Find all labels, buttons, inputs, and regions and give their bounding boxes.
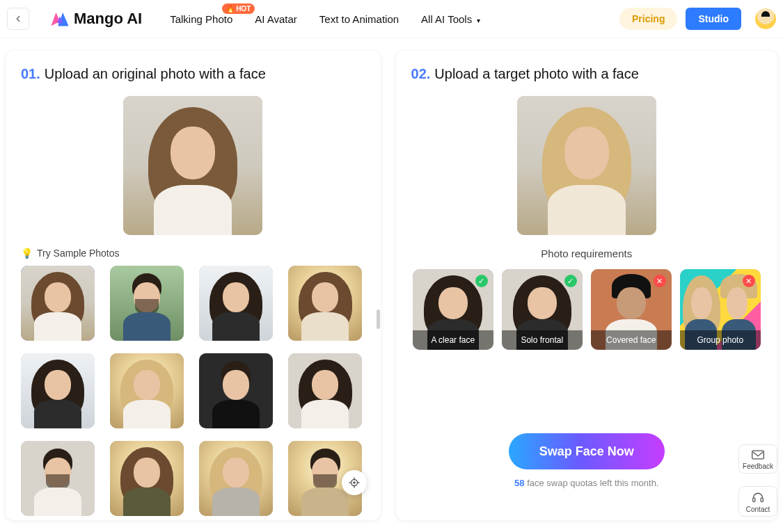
headset-icon — [751, 491, 765, 503]
svg-point-5 — [353, 482, 354, 483]
sample-photo[interactable] — [288, 266, 362, 341]
locate-button[interactable] — [342, 470, 367, 495]
nav-text-to-animation[interactable]: Text to Animation — [319, 13, 399, 25]
lightbulb-icon: 💡 — [21, 248, 33, 259]
svg-rect-7 — [753, 498, 755, 502]
nav-all-tools[interactable]: All AI Tools ▾ — [421, 13, 480, 25]
swap-face-button[interactable]: Swap Face Now — [509, 433, 665, 469]
main-nav: Talking Photo 🔥HOT AI Avatar Text to Ani… — [170, 13, 480, 25]
quota-text: 58 face swap quotas left this month. — [411, 478, 762, 488]
logo-mark-icon — [50, 10, 70, 27]
brand-logo[interactable]: Mango AI — [50, 10, 142, 28]
header: Mango AI Talking Photo 🔥HOT AI Avatar Te… — [0, 0, 783, 38]
contact-button[interactable]: Contact — [738, 486, 777, 517]
user-avatar[interactable] — [755, 8, 776, 29]
requirement-clear-face: ✓ A clear face — [413, 269, 493, 350]
hot-badge: 🔥HOT — [222, 3, 255, 14]
upload-original-panel: 01.Upload an original photo with a face … — [6, 51, 381, 520]
photo-requirements: ✓ A clear face ✓ Solo frontal ✕ Covered … — [411, 269, 762, 350]
upload-target-panel: 02.Upload a target photo with a face Pho… — [396, 51, 777, 520]
sample-photo[interactable] — [21, 441, 95, 516]
sample-photo[interactable] — [199, 353, 273, 428]
x-icon: ✕ — [654, 275, 666, 287]
sample-photo[interactable] — [110, 353, 184, 428]
x-icon: ✕ — [743, 275, 755, 287]
requirement-group-photo: ✕ Group photo — [680, 269, 761, 350]
sample-photo[interactable] — [288, 353, 362, 428]
check-icon: ✓ — [475, 275, 488, 287]
sample-scrollbar[interactable] — [377, 309, 380, 329]
chevron-down-icon: ▾ — [477, 17, 480, 24]
sample-photo[interactable] — [110, 266, 184, 341]
sample-photo[interactable] — [199, 441, 273, 516]
mail-icon — [751, 449, 765, 460]
sample-photos-label: 💡 Try Sample Photos — [21, 248, 365, 259]
svg-rect-8 — [761, 498, 763, 502]
check-icon: ✓ — [564, 275, 577, 287]
studio-button[interactable]: Studio — [686, 8, 741, 30]
main-content: 01.Upload an original photo with a face … — [0, 38, 783, 532]
pricing-button[interactable]: Pricing — [619, 8, 677, 30]
chevron-left-icon — [13, 14, 23, 24]
sample-photo[interactable] — [199, 266, 273, 341]
original-photo-preview[interactable] — [123, 96, 262, 235]
step-2-title: 02.Upload a target photo with a face — [411, 66, 762, 82]
target-photo-preview[interactable] — [517, 96, 656, 235]
back-button[interactable] — [7, 8, 29, 30]
photo-requirements-title: Photo requirements — [411, 248, 762, 259]
feedback-button[interactable]: Feedback — [738, 444, 777, 474]
sample-photos-grid — [21, 266, 365, 516]
nav-ai-avatar[interactable]: AI Avatar — [255, 13, 297, 25]
requirement-covered-face: ✕ Covered face — [591, 269, 672, 350]
step-1-title: 01.Upload an original photo with a face — [21, 66, 365, 82]
brand-name: Mango AI — [74, 10, 142, 28]
requirement-solo-frontal: ✓ Solo frontal — [502, 269, 583, 350]
svg-rect-6 — [752, 451, 764, 459]
nav-talking-photo[interactable]: Talking Photo 🔥HOT — [170, 13, 232, 25]
crosshair-icon — [348, 476, 361, 489]
sample-photo[interactable] — [21, 353, 95, 428]
sample-photo[interactable] — [110, 441, 184, 516]
sample-photo[interactable] — [21, 266, 95, 341]
